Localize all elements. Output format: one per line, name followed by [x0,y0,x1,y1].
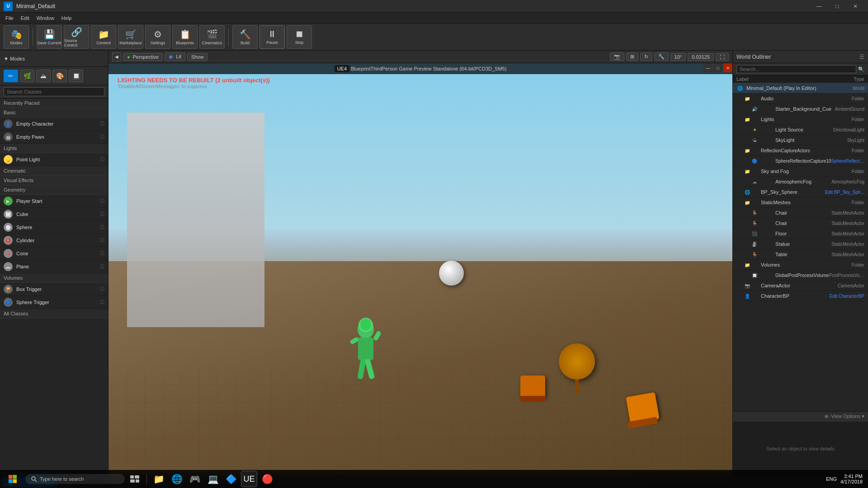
category-basic[interactable]: Basic [0,108,108,117]
category-geometry[interactable]: Geometry [0,185,108,195]
chrome-button[interactable]: 🌐 [169,471,185,487]
svg-point-7 [360,319,371,330]
list-item[interactable]: 🪑 Chair StaticMeshActor [733,208,868,218]
list-item[interactable]: ⚪ Sphere ⓘ [0,221,108,234]
taskbar-clock: 3:41 PM 4/17/2018 [840,474,863,484]
list-item[interactable]: 📁 Audio Folder [733,94,868,104]
toolbar-modes[interactable]: 🎭 Modes [4,25,29,49]
item-label-table: Table [775,252,831,257]
list-item[interactable]: 🔲 GlobalPostProcessVolume PostProcessVol… [733,270,868,281]
list-item[interactable]: 📦 Box Trigger ⓘ [0,283,108,296]
viewport-restore-btn[interactable]: □ [713,63,722,72]
viewport-nav-btn[interactable]: ◀ [112,52,121,61]
category-visual-effects[interactable]: Visual Effects [0,176,108,185]
show-btn[interactable]: Show [187,53,208,61]
viewport-snap-btn[interactable]: 🔧 [654,52,669,61]
list-item[interactable]: ☁ AtmosphericFog AtmosphericFog [733,177,868,187]
list-item[interactable]: 📁 StaticMeshes Folder [733,197,868,208]
list-item[interactable]: ▶ Player Start ⓘ [0,195,108,208]
list-item[interactable]: 📁 Volumes Folder [733,260,868,270]
perspective-btn[interactable]: ● Perspective [123,53,163,61]
taskbar-app-2[interactable]: 💻 [205,471,221,487]
viewport-minimize-btn[interactable]: — [703,63,712,72]
mode-paint[interactable]: 🎨 [52,70,67,82]
category-volumes[interactable]: Volumes [0,273,108,283]
list-item[interactable]: 🪑 Chair StaticMeshActor [733,218,868,229]
list-item[interactable]: 🪑 Table StaticMeshActor [733,249,868,260]
start-button[interactable] [2,471,24,487]
list-item[interactable]: ⬜ Cube ⓘ [0,208,108,221]
list-item[interactable]: ▬ Plane ⓘ [0,260,108,273]
viewport-maximize-btn[interactable]: ⛶ [716,53,729,61]
list-item[interactable]: 🔊 Starter_Background_Cue AmbientSound [733,104,868,114]
viewport-scale-input[interactable]: 0.03125 [688,53,714,61]
taskbar-app-3[interactable]: 🔷 [223,471,239,487]
viewport-grid-btn[interactable]: ⊞ [626,52,638,61]
list-item[interactable]: 💡 Point Light ⓘ [0,153,108,166]
file-explorer-button[interactable]: 📁 [151,471,167,487]
viewport-close-btn[interactable]: ✕ [723,63,732,72]
outliner-search-input[interactable] [736,65,856,73]
list-item[interactable]: 🌐 Minimal_Default (Play In Editor) World [733,83,868,94]
table-icon: 🪑 [751,251,758,258]
maximize-button[interactable]: □ [828,0,846,13]
menu-edit[interactable]: Edit [17,14,33,22]
search-classes-input[interactable] [4,87,104,96]
list-item[interactable]: 👤 Empty Character ⓘ [0,117,108,131]
unreal-taskbar-button[interactable]: UE [241,471,257,487]
outliner-view-options[interactable]: 👁 View Options ▾ [733,411,868,421]
list-item[interactable]: ☀ Light Source DirectionalLight [733,125,868,135]
outliner-options-btn[interactable]: ☰ [859,54,864,60]
list-item[interactable]: ⬛ Floor StaticMeshActor [733,229,868,239]
world-icon: 🌐 [736,84,744,92]
mode-landscape[interactable]: ⛰ [36,70,51,82]
list-item[interactable]: 📁 ReflectionCaptureActors Folder [733,145,868,156]
pause-button[interactable]: ⏸ Pause [259,25,285,49]
minimize-button[interactable]: — [810,0,828,13]
viewport-window-controls: — □ ✕ [703,63,732,72]
viewport-rotate-btn[interactable]: ↻ [640,52,652,61]
category-recently-placed[interactable]: Recently Placed [0,99,108,108]
save-current-button[interactable]: 💾 Save Current [37,25,62,49]
list-item[interactable]: 📁 Lights Folder [733,114,868,125]
mode-geometry[interactable]: 🔲 [69,70,83,82]
taskbar-app-5[interactable]: 🔴 [259,471,275,487]
list-item[interactable]: 🔵 Sphere Trigger ⓘ [0,296,108,309]
menu-file[interactable]: File [2,14,17,22]
marketplace-button[interactable]: 🛒 Marketplace [118,25,143,49]
close-button[interactable]: ✕ [846,0,864,13]
category-lights[interactable]: Lights [0,144,108,153]
content-button[interactable]: 📁 Content [91,25,116,49]
build-button[interactable]: 🔨 Build [232,25,258,49]
category-all-classes[interactable]: All Classes [0,309,108,319]
source-control-button[interactable]: 🔗 Source Control [64,25,89,49]
cinematics-button[interactable]: 🎬 Cinematics [199,25,225,49]
list-item[interactable]: 🌐 BP_Sky_Sphere Edit BP_Sky_Sph... [733,187,868,197]
settings-button[interactable]: ⚙ Settings [145,25,170,49]
viewport[interactable]: UE4 BlueprintThirdPerson Game Preview St… [108,63,732,475]
menu-window[interactable]: Window [33,14,58,22]
taskbar-app-1[interactable]: 🎮 [187,471,203,487]
taskbar-search[interactable]: Type here to search [25,474,125,484]
mode-foliage[interactable]: 🌿 [20,70,34,82]
lit-btn[interactable]: ◉ Lit [165,52,185,61]
list-item[interactable]: 🌤 SkyLight SkyLight [733,135,868,145]
list-item[interactable]: 📷 CameraActor CameraActor [733,281,868,291]
settings-icon: ⚙ [154,29,162,40]
task-view-button[interactable] [127,471,143,487]
list-item[interactable]: 👤 CharacterBP Edit CharacterBP [733,291,868,301]
blueprints-button[interactable]: 📋 Blueprints [172,25,198,49]
viewport-angle-input[interactable]: 10° [670,53,686,61]
stop-button[interactable]: ⏹ Stop [287,25,312,49]
menu-help[interactable]: Help [58,14,75,22]
cube-label: Cube [16,211,100,217]
list-item[interactable]: 🔵 SphereReflectionCapture10 SphereReflec… [733,156,868,166]
viewport-camera-btn[interactable]: 📷 [610,52,624,61]
category-cinematic[interactable]: Cinematic [0,166,108,176]
list-item[interactable]: 🗿 Statue StaticMeshActor [733,239,868,249]
list-item[interactable]: ⭕ Cylinder ⓘ [0,234,108,247]
list-item[interactable]: 🔺 Cone ⓘ [0,247,108,260]
mode-place[interactable]: ✏ [4,70,18,82]
list-item[interactable]: 📁 Sky and Fog Folder [733,166,868,177]
list-item[interactable]: 🤖 Empty Pawn ⓘ [0,131,108,144]
